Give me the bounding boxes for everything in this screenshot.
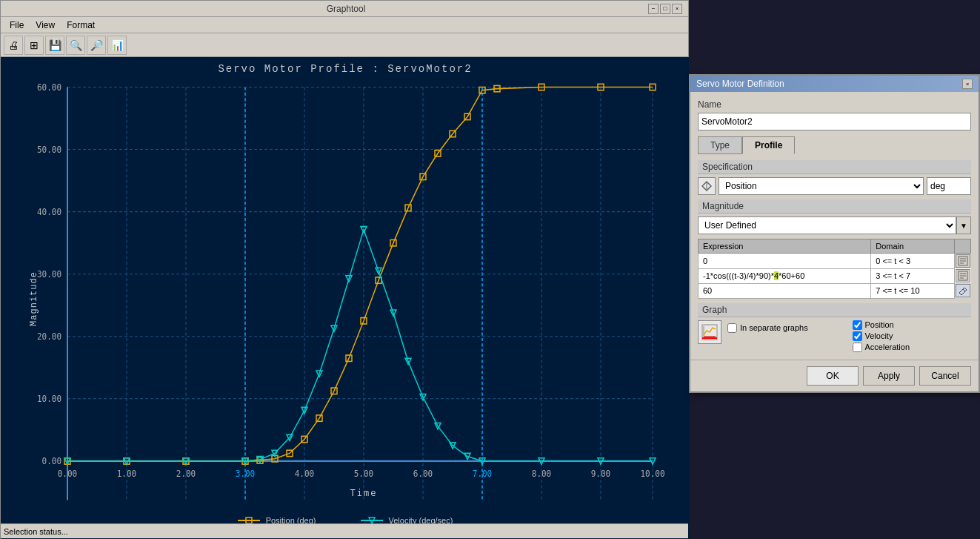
ok-button[interactable]: OK (807, 366, 859, 386)
dialog-body: Name Type Profile Specification Position… (690, 92, 979, 360)
magnitude-select-row: User Defined Constant Ramp ▼ (698, 216, 971, 234)
velocity-checkbox-label: Velocity (865, 331, 893, 340)
name-input[interactable] (698, 113, 971, 130)
graph-section-label: Graph (698, 303, 971, 317)
position-select[interactable]: Position Velocity Acceleration (719, 177, 924, 195)
menu-format[interactable]: Format (61, 19, 101, 32)
expr-text-pre: -1*cos(((t-3)/4)*90)* (703, 271, 774, 280)
svg-text:2.00: 2.00 (176, 469, 196, 479)
dialog-title-bar: Servo Motor Definition × (690, 76, 979, 92)
window-controls: − □ × (648, 4, 682, 14)
expression-cell-2: -1*cos(((t-3)/4)*90)*4*60+60 (699, 268, 871, 283)
svg-text:0.00: 0.00 (58, 469, 78, 479)
domain-cell-1: 0 <= t < 3 (871, 254, 954, 269)
table-row: -1*cos(((t-3)/4)*90)*4*60+60 3 <= t < 7 (699, 268, 971, 283)
svg-text:5.00: 5.00 (354, 469, 374, 479)
expression-cell-1: 0 (699, 254, 871, 269)
svg-text:10.00: 10.00 (37, 394, 61, 404)
tab-profile[interactable]: Profile (742, 136, 795, 154)
chart-svg: 60.00 50.00 40.00 30.00 20.00 10.00 0.00… (1, 79, 690, 539)
graph-options: In separate graphs (727, 320, 847, 333)
toolbar: 🖨 ⊞ 💾 🔍 🔎 📊 (1, 33, 688, 57)
specification-row: Position Velocity Acceleration deg (698, 177, 971, 195)
tab-row: Type Profile (698, 136, 971, 154)
expression-cell-3: 60 (699, 283, 871, 298)
svg-text:3.00: 3.00 (236, 469, 256, 479)
svg-text:60.00: 60.00 (37, 82, 61, 92)
magnitude-select[interactable]: User Defined Constant Ramp (698, 216, 956, 234)
position-checkbox[interactable] (853, 320, 862, 330)
table-row: 0 0 <= t < 3 (699, 254, 971, 269)
svg-text:0.00: 0.00 (42, 457, 62, 466)
position-checkbox-label: Position (865, 320, 894, 329)
row-btn-col-3 (954, 283, 971, 298)
svg-text:7.00: 7.00 (473, 469, 493, 479)
graph-icon (698, 320, 721, 344)
svg-text:30.00: 30.00 (37, 270, 61, 280)
title-bar: Graphtool − □ × (1, 1, 688, 17)
magnitude-dropdown-btn[interactable]: ▼ (956, 216, 971, 234)
window-title: Graphtool (44, 4, 648, 14)
dark-panel (689, 0, 980, 74)
velocity-checkbox-row: Velocity (853, 331, 972, 341)
zoom-fit-button[interactable]: 🔎 (87, 36, 106, 55)
restore-button[interactable]: □ (660, 4, 670, 14)
acceleration-checkbox-row: Acceleration (853, 343, 972, 352)
position-icon (698, 177, 716, 195)
print-button[interactable]: 🖨 (4, 36, 23, 55)
svg-text:4.00: 4.00 (295, 469, 315, 479)
servo-motor-dialog: Servo Motor Definition × Name Type Profi… (689, 74, 980, 393)
svg-text:Time: Time (350, 488, 378, 498)
graph-checkboxes: Position Velocity Acceleration (853, 320, 972, 352)
velocity-checkbox[interactable] (853, 331, 862, 341)
minimize-button[interactable]: − (648, 4, 659, 14)
svg-text:8.00: 8.00 (532, 469, 552, 479)
chart-area: Servo Motor Profile : ServoMotor2 Magnit… (1, 57, 690, 539)
separate-graphs-checkbox[interactable] (727, 323, 737, 333)
svg-text:40.00: 40.00 (37, 208, 61, 217)
status-text: Selection status... (4, 527, 68, 536)
tab-type[interactable]: Type (698, 136, 742, 154)
row-edit-btn-2[interactable] (956, 269, 970, 282)
main-window: Graphtool − □ × File View Format 🖨 ⊞ 💾 🔍… (0, 0, 689, 539)
apply-button[interactable]: Apply (863, 366, 915, 386)
graph-section: In separate graphs Position Velocity Acc… (698, 320, 971, 352)
name-label: Name (698, 99, 971, 110)
cancel-button[interactable]: Cancel (919, 366, 971, 386)
row-edit-btn-3[interactable] (956, 284, 970, 297)
action-col-header (954, 239, 971, 254)
save-button[interactable]: 💾 (45, 36, 64, 55)
dialog-close-button[interactable]: × (962, 79, 973, 89)
close-button[interactable]: × (672, 4, 682, 14)
domain-col-header: Domain (871, 239, 954, 254)
dialog-title: Servo Motor Definition (696, 79, 784, 89)
chart-button[interactable]: 📊 (107, 36, 127, 55)
row-edit-btn-1[interactable] (956, 254, 970, 268)
grid-button[interactable]: ⊞ (24, 36, 44, 55)
acceleration-checkbox[interactable] (853, 343, 862, 352)
menu-file[interactable]: File (4, 19, 30, 32)
chart-title: Servo Motor Profile : ServoMotor2 (1, 57, 690, 75)
specification-section-label: Specification (698, 160, 971, 174)
expression-table: Expression Domain 0 0 <= t < 3 (698, 239, 971, 299)
separate-graphs-label: In separate graphs (740, 323, 808, 332)
svg-text:20.00: 20.00 (37, 332, 61, 342)
svg-text:1.00: 1.00 (117, 469, 137, 479)
unit-display: deg (927, 177, 971, 195)
domain-cell-2: 3 <= t < 7 (871, 268, 954, 283)
svg-text:9.00: 9.00 (591, 469, 611, 479)
svg-line-99 (963, 289, 965, 291)
svg-text:6.00: 6.00 (413, 469, 433, 479)
zoom-in-button[interactable]: 🔍 (66, 36, 85, 55)
expression-col-header: Expression (699, 239, 871, 254)
dialog-footer: OK Apply Cancel (690, 360, 979, 391)
row-btn-col-1 (954, 254, 971, 269)
expr-text-post: *60+60 (779, 271, 804, 280)
menu-view[interactable]: View (30, 19, 61, 32)
position-checkbox-row: Position (853, 320, 972, 330)
row-btn-col-2 (954, 268, 971, 283)
domain-cell-3: 7 <= t <= 10 (871, 283, 954, 298)
table-row: 60 7 <= t <= 10 (699, 283, 971, 298)
svg-text:50.00: 50.00 (37, 145, 61, 155)
separate-graphs-row: In separate graphs (727, 323, 847, 333)
